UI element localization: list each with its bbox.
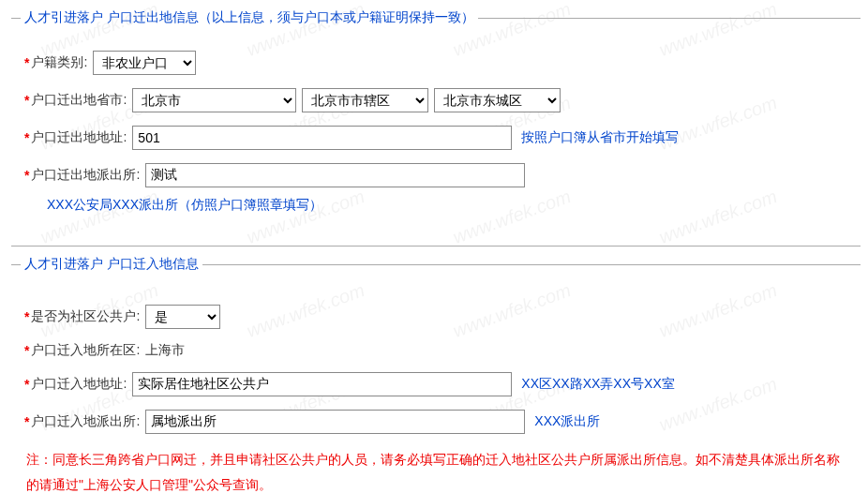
in-station-label: 户口迁入地派出所: <box>31 413 140 430</box>
row-in-district: * 户口迁入地所在区: 上海市 <box>21 342 851 359</box>
community-select[interactable]: 是 <box>145 305 220 329</box>
row-out-addr: * 户口迁出地地址: 按照户口簿从省市开始填写 <box>21 126 851 150</box>
out-station-label: 户口迁出地派出所: <box>31 167 140 184</box>
district-select[interactable]: 北京市东城区 <box>434 88 561 112</box>
required-mark: * <box>24 377 29 392</box>
section-out-legend: 人才引进落户 户口迁出地信息（以上信息，须与户口本或户籍证明保持一致） <box>21 9 478 26</box>
legend-prefix: 人才引进落户 <box>24 9 103 24</box>
out-addr-label: 户口迁出地地址: <box>31 129 127 146</box>
in-district-label: 户口迁入地所在区: <box>31 342 140 359</box>
required-mark: * <box>24 414 29 429</box>
legend-main: 户口迁入地信息 <box>107 256 199 271</box>
in-addr-input[interactable] <box>132 372 512 396</box>
province-select[interactable]: 北京市 <box>132 88 296 112</box>
required-mark: * <box>24 168 29 183</box>
hukou-type-select[interactable]: 非农业户口 <box>93 51 196 75</box>
row-hukou-type: * 户籍类别: 非农业户口 <box>21 51 851 75</box>
in-district-value: 上海市 <box>145 342 185 359</box>
community-label: 是否为社区公共户: <box>31 308 140 325</box>
row-out-station: * 户口迁出地派出所: <box>21 163 851 187</box>
hukou-type-label: 户籍类别: <box>31 54 87 71</box>
out-province-label: 户口迁出地省市: <box>31 92 127 109</box>
required-mark: * <box>24 343 29 358</box>
warning-note: 注：同意长三角跨省户口网迁，并且申请社区公共户的人员，请务必填写正确的迁入地社区… <box>26 447 846 493</box>
required-mark: * <box>24 55 29 70</box>
section-out-info: 人才引进落户 户口迁出地信息（以上信息，须与户口本或户籍证明保持一致） * 户籍… <box>11 9 861 232</box>
row-in-addr: * 户口迁入地地址: XX区XX路XX弄XX号XX室 <box>21 372 851 396</box>
row-out-province: * 户口迁出地省市: 北京市 北京市市辖区 北京市东城区 <box>21 88 851 112</box>
section-in-info: 人才引进落户 户口迁入地信息 * 是否为社区公共户: 是 * 户口迁入地所在区:… <box>11 256 861 493</box>
out-station-helper: XXX公安局XXX派出所（仿照户口簿照章填写） <box>47 197 851 214</box>
in-addr-hint: XX区XX路XX弄XX号XX室 <box>521 376 674 393</box>
out-addr-input[interactable] <box>132 126 512 150</box>
required-mark: * <box>24 309 29 324</box>
in-station-input[interactable] <box>145 410 525 434</box>
divider <box>11 246 861 246</box>
in-station-hint: XXX派出所 <box>534 413 600 430</box>
legend-prefix: 人才引进落户 <box>24 256 103 271</box>
out-addr-hint: 按照户口簿从省市开始填写 <box>521 129 679 146</box>
row-community: * 是否为社区公共户: 是 <box>21 305 851 329</box>
required-mark: * <box>24 130 29 145</box>
out-station-input[interactable] <box>145 163 525 187</box>
city-select[interactable]: 北京市市辖区 <box>302 88 428 112</box>
row-in-station: * 户口迁入地派出所: XXX派出所 <box>21 410 851 434</box>
legend-main: 户口迁出地信息（以上信息，须与户口本或户籍证明保持一致） <box>107 9 474 24</box>
in-addr-label: 户口迁入地地址: <box>31 376 127 393</box>
required-mark: * <box>24 93 29 108</box>
section-in-legend: 人才引进落户 户口迁入地信息 <box>21 256 202 273</box>
